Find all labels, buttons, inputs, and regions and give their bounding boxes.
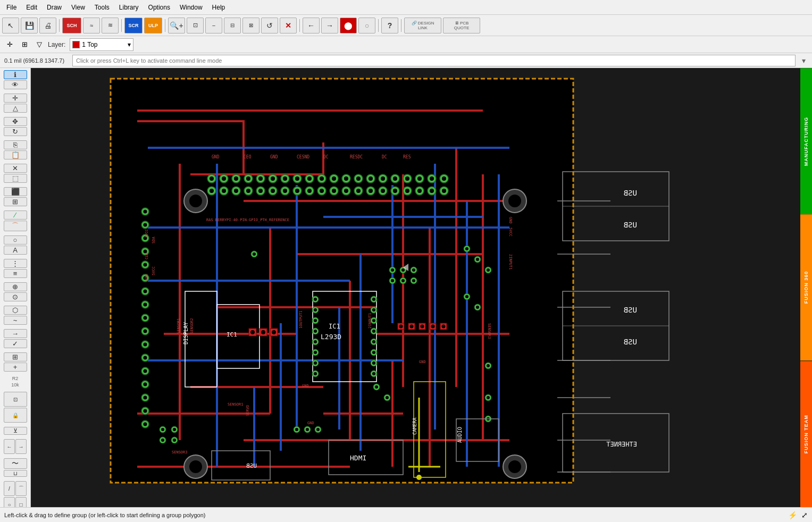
menu-options[interactable]: Options <box>144 3 174 12</box>
print-button[interactable]: 🖨 <box>39 18 56 33</box>
menu-help[interactable]: Help <box>208 3 230 12</box>
manufacturing-tab[interactable]: MANUFACTURING <box>800 68 812 214</box>
text-ras-header: RAS BERRYPI-40-PIN-GPIO_PTH_REFERENCE <box>206 218 289 222</box>
via-tool[interactable]: ⊕ <box>4 282 27 291</box>
schematic-button[interactable]: SCH <box>62 18 81 33</box>
design-link-button[interactable]: 🔗 DESIGN LINK <box>404 18 441 33</box>
value-label: 10k <box>4 382 27 388</box>
menu-library[interactable]: Library <box>115 3 143 12</box>
save-button[interactable]: 💾 <box>21 18 38 33</box>
info-tool[interactable]: ℹ <box>4 70 27 79</box>
svg-point-120 <box>314 319 317 322</box>
zoom-in-button[interactable]: 🔍+ <box>168 18 185 33</box>
move-tool[interactable]: ✥ <box>4 117 27 126</box>
refresh-button[interactable]: ↺ <box>261 18 278 33</box>
menu-edit[interactable]: Edit <box>22 3 41 12</box>
help-button[interactable]: ? <box>381 18 398 33</box>
select-button[interactable]: ↖ <box>2 18 19 33</box>
cmd-arrow-icon[interactable]: ▾ <box>800 56 808 65</box>
layer-filter-icon[interactable]: ▽ <box>33 38 46 51</box>
filter-tool[interactable]: △ <box>4 104 27 113</box>
menu-file[interactable]: File <box>2 3 21 12</box>
menu-view[interactable]: View <box>67 3 89 12</box>
ellipse-tool[interactable]: ○ <box>4 497 15 507</box>
svg-point-40 <box>442 176 446 181</box>
zoom-out-button[interactable]: − <box>205 18 222 33</box>
rotate-tool[interactable]: ↻ <box>4 127 27 136</box>
command-input[interactable] <box>72 55 796 66</box>
canvas-area[interactable]: IC1 L293D <box>31 68 812 507</box>
svg-point-102 <box>144 343 147 347</box>
left-arr[interactable]: ← <box>4 439 15 454</box>
crosshair-tool[interactable]: ✛ <box>4 94 27 103</box>
component-tool[interactable]: ⊞ <box>4 352 27 361</box>
paste-tool[interactable]: 📋 <box>4 150 27 159</box>
delete-tool[interactable]: ✕ <box>4 164 27 173</box>
board-calc-button[interactable]: ≈ <box>83 18 100 33</box>
svg-point-104 <box>144 356 147 360</box>
text-tool[interactable]: A <box>4 246 27 255</box>
stop-button[interactable]: ⬤ <box>340 18 357 33</box>
layer-crosshair-icon[interactable]: ✛ <box>3 38 16 51</box>
text-2input1: 2INPUT1 <box>368 313 372 329</box>
svg-point-16 <box>295 176 299 181</box>
mirror-tool[interactable]: ⬚ <box>4 174 27 183</box>
layer-selector[interactable]: 1 Top ▾ <box>70 38 133 51</box>
svg-point-184 <box>173 428 176 431</box>
layer-label: Layer: <box>48 41 65 48</box>
menu-tools[interactable]: Tools <box>90 3 114 12</box>
cam-button[interactable]: ≋ <box>102 18 119 33</box>
circle-gray-button[interactable]: ○ <box>358 18 375 33</box>
add-tool[interactable]: + <box>4 363 27 372</box>
zoom-box-button[interactable]: ⊠ <box>242 18 259 33</box>
script-button[interactable]: SCR <box>124 18 143 33</box>
expand-tool[interactable]: ⊻ <box>4 427 27 435</box>
line-tool[interactable]: / <box>4 481 15 496</box>
ungroup-tool[interactable]: ⊞ <box>4 197 27 206</box>
curve-tool[interactable]: ⌒ <box>15 481 27 496</box>
zoom-fit-button[interactable]: ⊡ <box>187 18 204 33</box>
svg-point-94 <box>144 290 147 293</box>
wire-tool[interactable]: ∕ <box>4 211 27 220</box>
layer-grid-icon[interactable]: ⊞ <box>18 38 31 51</box>
arc-tool[interactable]: ⌒ <box>4 221 27 231</box>
back-button[interactable]: ← <box>303 18 320 33</box>
fusion-team-tab[interactable]: FUSION TEAM <box>800 361 812 507</box>
coord-bar: 0.1 mil (6961.8 1347.7) ▾ <box>0 53 812 68</box>
lock-tool[interactable]: 🔒 <box>4 408 27 423</box>
circle-tool[interactable]: ○ <box>4 235 27 245</box>
zoom-select-button[interactable]: ⊟ <box>224 18 241 33</box>
route-tool[interactable]: → <box>4 329 27 338</box>
lightning-icon[interactable]: ⚡ <box>788 511 797 519</box>
pad-tool[interactable]: ⊙ <box>4 292 27 301</box>
pcb-board[interactable]: IC1 L293D <box>31 68 812 507</box>
fusion360-tab[interactable]: FUSION 360 <box>800 214 812 360</box>
right-arr[interactable]: → <box>15 439 27 454</box>
look-tool[interactable]: 👁 <box>4 80 27 89</box>
copy-tool[interactable]: ⎘ <box>4 140 27 149</box>
arrows-icon[interactable]: ⤢ <box>801 511 808 519</box>
pcb-quote-button[interactable]: 🖥 PCB QUOTE <box>443 18 480 33</box>
svg-point-208 <box>431 325 435 329</box>
left-pads <box>141 208 149 428</box>
drc-tool[interactable]: ✓ <box>4 339 27 348</box>
menu-draw[interactable]: Draw <box>43 3 66 12</box>
drc-button[interactable]: ✕ <box>280 18 297 33</box>
main-toolbar: ↖ 💾 🖨 SCH ≈ ≋ SCR ULP 🔍+ ⊡ − ⊟ ⊠ ↺ ✕ ← →… <box>0 15 812 36</box>
bus-tool[interactable]: ≡ <box>4 269 27 278</box>
junction-tool[interactable]: ⋮ <box>4 259 27 268</box>
layer-name: 1 Top <box>82 41 97 48</box>
forward-button[interactable]: → <box>321 18 338 33</box>
label-tool[interactable]: ⊔ <box>4 470 27 477</box>
group-tool[interactable]: ⬛ <box>4 187 27 196</box>
polygon-tool[interactable]: ⬡ <box>4 306 27 315</box>
menu-window[interactable]: Window <box>175 3 207 12</box>
sep3 <box>165 19 165 32</box>
ratsnest-tool[interactable]: ~ <box>4 316 27 325</box>
text-2input1-right: 2INPUT1 <box>508 254 513 270</box>
wave-tool[interactable]: 〜 <box>4 458 27 469</box>
svg-point-10 <box>258 176 263 181</box>
smash-tool[interactable]: ⊡ <box>4 392 27 407</box>
ulp-button[interactable]: ULP <box>144 18 162 33</box>
rect-tool[interactable]: □ <box>15 497 27 507</box>
